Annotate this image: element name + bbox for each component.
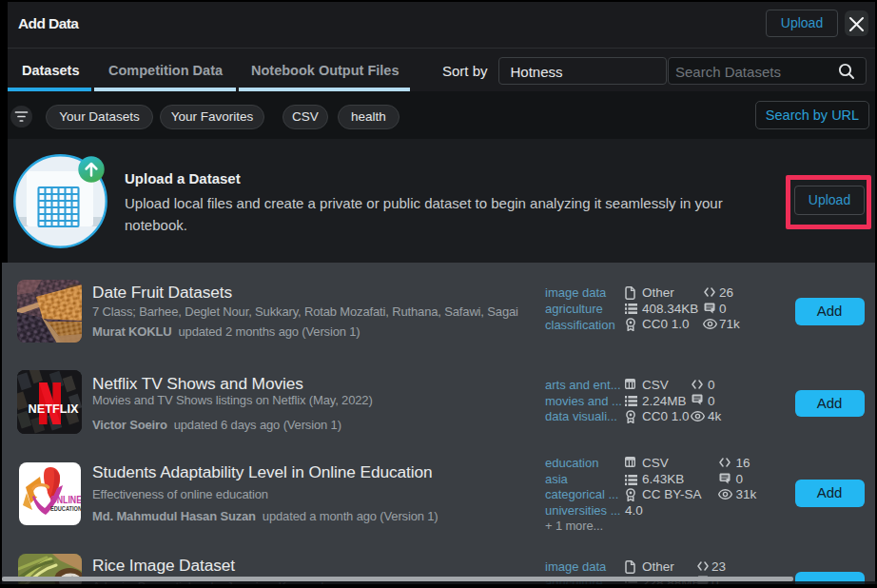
svg-text:EDUCATION: EDUCATION (50, 504, 82, 511)
svg-text:NETFLIX: NETFLIX (28, 402, 78, 416)
svg-text:ONLINE: ONLINE (50, 494, 82, 505)
